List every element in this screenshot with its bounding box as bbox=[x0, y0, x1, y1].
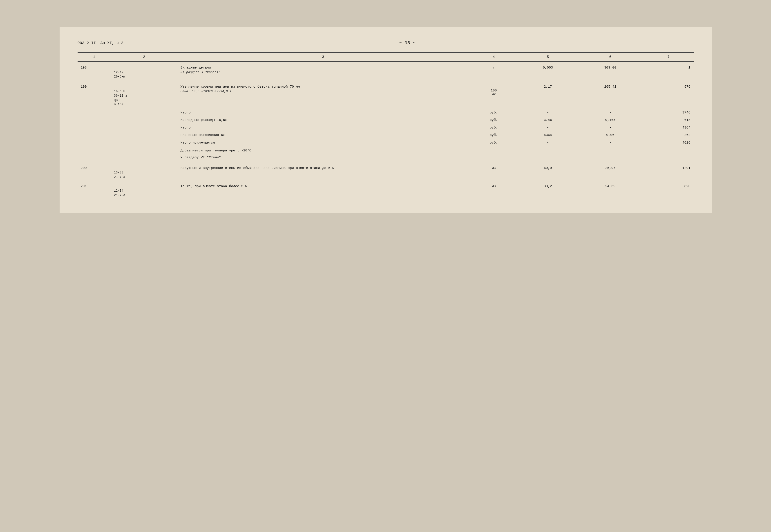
row-desc: То же, при высоте этажа более 5 м bbox=[177, 181, 469, 199]
note-text-2: У разделу VI "Стены" bbox=[177, 154, 694, 163]
summary-unit: руб. bbox=[469, 109, 519, 116]
summary-qty: - bbox=[519, 124, 577, 131]
summary-label: Итого bbox=[177, 124, 469, 131]
summary-qty: 3746 bbox=[519, 116, 577, 124]
summary-total: 4626 bbox=[644, 139, 693, 146]
col-header-7: 7 bbox=[644, 53, 693, 62]
col-header-5: 5 bbox=[519, 53, 577, 62]
row-id: 201 bbox=[78, 181, 111, 199]
summary-price: 0,165 bbox=[577, 116, 644, 124]
col-header-4: 4 bbox=[469, 53, 519, 62]
row-code: 16-600 36-10 з ЦСП п.169 bbox=[111, 81, 177, 109]
row-code: 12-34 21-7-а bbox=[111, 181, 177, 199]
summary-row-itogo2: Итого руб. - - 4364 bbox=[78, 124, 694, 131]
note-text: Добавляется при температуре t -20°C bbox=[177, 146, 694, 154]
summary-row-nakladnie: Накладные расходы 16,5% руб. 3746 0,165 … bbox=[78, 116, 694, 124]
row-subdesc: Из раздела X "Кровля" bbox=[180, 71, 466, 74]
summary-label: Итого исключается bbox=[177, 139, 469, 146]
summary-row-isklyuchaetsya: Итого исключается руб. - - 4626 bbox=[78, 139, 694, 146]
col-header-2: 2 bbox=[111, 53, 177, 62]
row-id: 199 bbox=[78, 81, 111, 109]
row-total: 576 bbox=[644, 81, 693, 109]
row-unit: 100 м2 bbox=[469, 81, 519, 109]
summary-total: 4364 bbox=[644, 124, 693, 131]
table-row: 200 13-33 21-7-а Наружные и внутренние с… bbox=[78, 163, 694, 181]
table-row: 198 12-42 20-5-м Вкладные детали Из разд… bbox=[78, 62, 694, 81]
summary-label: Итого bbox=[177, 109, 469, 116]
row-total: 1291 bbox=[644, 163, 693, 181]
row-id: 200 bbox=[78, 163, 111, 181]
doc-page-num: ~ 95 ~ bbox=[399, 40, 415, 46]
row-qty: 2,17 bbox=[519, 81, 577, 109]
summary-price: - bbox=[577, 109, 644, 116]
row-price: 309,00 bbox=[577, 62, 644, 81]
summary-qty: - bbox=[519, 109, 577, 116]
row-desc: Наружные и внутренние стены из обыкновен… bbox=[177, 163, 469, 181]
col-header-1: 1 bbox=[78, 53, 111, 62]
summary-unit: руб. bbox=[469, 131, 519, 139]
row-desc: Утепление кровли плитами из ячеистого бе… bbox=[177, 81, 469, 109]
row-code: 13-33 21-7-а bbox=[111, 163, 177, 181]
col-header-6: 6 bbox=[577, 53, 644, 62]
summary-row-itogo1: Итого руб. - - 3746 bbox=[78, 109, 694, 116]
summary-label: Плановые накопления 6% bbox=[177, 131, 469, 139]
row-id: 198 bbox=[78, 62, 111, 81]
row-qty: 49,9 bbox=[519, 163, 577, 181]
row-total: 1 bbox=[644, 62, 693, 81]
summary-total: 618 bbox=[644, 116, 693, 124]
row-qty: 33,2 bbox=[519, 181, 577, 199]
row-total: 820 bbox=[644, 181, 693, 199]
doc-ref-left: 903-2-II. Ан XI, ч.2 bbox=[78, 41, 123, 45]
doc-header: 903-2-II. Ан XI, ч.2 ~ 95 ~ bbox=[78, 40, 694, 46]
note-row-1: Добавляется при температуре t -20°C bbox=[78, 146, 694, 154]
row-price: 24,69 bbox=[577, 181, 644, 199]
table-row: 201 12-34 21-7-а То же, при высоте этажа… bbox=[78, 181, 694, 199]
note-row-2: У разделу VI "Стены" bbox=[78, 154, 694, 163]
col-header-3: 3 bbox=[177, 53, 469, 62]
summary-unit: руб. bbox=[469, 139, 519, 146]
table-header-row: 1 2 3 4 5 6 7 bbox=[78, 53, 694, 62]
summary-unit: руб. bbox=[469, 116, 519, 124]
row-price: 265,41 bbox=[577, 81, 644, 109]
table-row: 199 16-600 36-10 з ЦСП п.169 Утепление к… bbox=[78, 81, 694, 109]
summary-price: - bbox=[577, 139, 644, 146]
summary-price: - bbox=[577, 124, 644, 131]
row-subdesc: Цена: 14,5 +103x0,07x34,8 = bbox=[180, 90, 466, 93]
summary-row-planovie: Плановые накопления 6% руб. 4364 0,06 26… bbox=[78, 131, 694, 139]
row-unit: т bbox=[469, 62, 519, 81]
summary-total: 262 bbox=[644, 131, 693, 139]
summary-qty: 4364 bbox=[519, 131, 577, 139]
row-unit: м3 bbox=[469, 181, 519, 199]
row-desc: Вкладные детали Из раздела X "Кровля" bbox=[177, 62, 469, 81]
summary-qty: - bbox=[519, 139, 577, 146]
summary-total: 3746 bbox=[644, 109, 693, 116]
page: 903-2-II. Ан XI, ч.2 ~ 95 ~ 1 2 3 4 5 6 … bbox=[60, 27, 712, 213]
summary-price: 0,06 bbox=[577, 131, 644, 139]
row-price: 25,97 bbox=[577, 163, 644, 181]
row-code: 12-42 20-5-м bbox=[111, 62, 177, 81]
row-qty: 0,003 bbox=[519, 62, 577, 81]
main-table: 1 2 3 4 5 6 7 198 12-42 20-5-м Вкладные … bbox=[78, 52, 694, 199]
summary-unit: руб. bbox=[469, 124, 519, 131]
summary-label: Накладные расходы 16,5% bbox=[177, 116, 469, 124]
row-unit: м3 bbox=[469, 163, 519, 181]
